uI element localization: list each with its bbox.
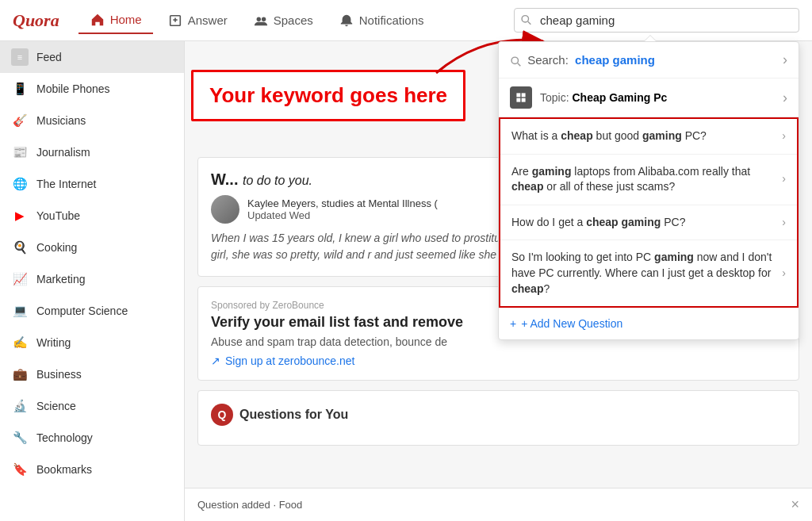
internet-icon: 🌐 <box>11 175 29 193</box>
keyword-annotation-text: Your keyword goes here <box>209 83 447 107</box>
sidebar-item-mobile-phones[interactable]: 📱 Mobile Phones <box>0 73 184 105</box>
svg-point-7 <box>511 57 518 63</box>
dropdown-search-row[interactable]: Search: cheap gaming › <box>499 42 799 79</box>
sidebar-item-cooking[interactable]: 🍳 Cooking <box>0 232 184 263</box>
svg-line-6 <box>528 21 531 25</box>
sidebar-item-youtube[interactable]: ▶ YouTube <box>0 200 184 232</box>
business-icon: 💼 <box>11 366 29 383</box>
result-text-3: How do I get a cheap gaming PC? <box>511 215 782 231</box>
svg-line-8 <box>518 63 521 67</box>
home-icon <box>90 12 105 28</box>
journalism-icon: 📰 <box>11 144 29 161</box>
cooking-icon: 🍳 <box>11 239 29 256</box>
updated-label: Updated Wed <box>247 209 438 221</box>
bookmarks-icon: 🔖 <box>11 461 29 478</box>
technology-icon: 🔧 <box>11 429 29 446</box>
topic-icon <box>510 86 532 109</box>
topic-name: Cheap Gaming Pc <box>572 91 667 104</box>
svg-rect-9 <box>516 93 520 97</box>
topic-left: Topic: Cheap Gaming Pc <box>510 86 667 109</box>
sidebar-item-marketing[interactable]: 📈 Marketing <box>0 263 184 295</box>
notifications-icon <box>339 13 354 29</box>
nav-home[interactable]: Home <box>79 7 153 34</box>
sidebar-item-business[interactable]: 💼 Business <box>0 358 184 390</box>
sponsored-link[interactable]: ↗ Sign up at zerobounce.net <box>211 354 786 367</box>
nav-spaces[interactable]: Spaces <box>242 8 324 33</box>
sidebar-item-computer-science[interactable]: 💻 Computer Science <box>0 295 184 327</box>
keyword-annotation-box: Your keyword goes here <box>191 70 465 121</box>
sidebar-item-science[interactable]: 🔬 Science <box>0 390 184 422</box>
quora-logo: Quora <box>13 10 59 31</box>
dropdown-triangle-inner <box>645 36 656 41</box>
topic-label: Topic: Cheap Gaming Pc <box>540 91 667 104</box>
search-container <box>514 8 799 33</box>
result-1-chevron-icon: › <box>782 128 786 144</box>
svg-rect-10 <box>522 93 526 97</box>
author-name: Kaylee Meyers, studies at Mental Illness… <box>247 197 438 209</box>
avatar <box>211 195 239 224</box>
sidebar-item-journalism[interactable]: 📰 Journalism <box>0 136 184 168</box>
mobile-phones-icon: 📱 <box>11 80 29 98</box>
sidebar-item-the-internet[interactable]: 🌐 The Internet <box>0 168 184 200</box>
external-link-icon: ↗ <box>211 354 220 367</box>
add-new-question-row[interactable]: + + Add New Question <box>499 308 799 339</box>
questions-for-you-card: Q Questions for You <box>197 390 799 446</box>
result-3-chevron-icon: › <box>782 215 786 231</box>
youtube-icon: ▶ <box>11 207 29 224</box>
marketing-icon: 📈 <box>11 270 29 288</box>
search-chevron-right-icon: › <box>783 52 787 68</box>
feed-icon: ≡ <box>11 48 29 66</box>
svg-point-3 <box>256 17 260 21</box>
questions-icon: Q <box>211 404 233 426</box>
svg-point-5 <box>522 15 528 21</box>
dropdown-search-label: Search: <box>510 53 572 67</box>
questions-section-header: Q Questions for You <box>211 404 786 426</box>
computer-science-icon: 💻 <box>11 302 29 320</box>
result-text-1: What is a cheap but good gaming PC? <box>511 128 782 144</box>
writing-icon: ✍ <box>11 334 29 351</box>
sidebar-item-writing[interactable]: ✍ Writing <box>0 327 184 358</box>
dropdown-topic-row[interactable]: Topic: Cheap Gaming Pc › <box>499 79 799 117</box>
dropdown-result-1[interactable]: What is a cheap but good gaming PC? › <box>500 119 797 155</box>
bottom-notification-bar: Question added · Food × <box>185 488 812 521</box>
spaces-icon <box>253 13 269 29</box>
answer-icon <box>167 13 183 29</box>
result-text-4: So I'm looking to get into PC gaming now… <box>511 250 782 297</box>
svg-rect-11 <box>516 98 520 102</box>
dropdown-search-left: Search: cheap gaming <box>510 53 655 67</box>
sidebar-item-feed[interactable]: ≡ Feed <box>0 41 184 73</box>
result-4-chevron-icon: › <box>782 266 786 282</box>
result-text-2: Are gaming laptops from Alibaba.com real… <box>511 164 782 195</box>
search-icon <box>520 13 531 27</box>
svg-point-4 <box>262 17 266 21</box>
nav-notifications[interactable]: Notifications <box>327 8 435 33</box>
nav-bar: Home Answer Spaces Notifications <box>79 7 514 34</box>
close-notification-button[interactable]: × <box>791 496 799 513</box>
sidebar-item-musicians[interactable]: 🎸 Musicians <box>0 105 184 136</box>
dropdown-results: What is a cheap but good gaming PC? › Ar… <box>499 117 799 308</box>
dropdown-search-keyword: cheap gaming <box>575 53 655 67</box>
science-icon: 🔬 <box>11 397 29 415</box>
sidebar: ≡ Feed 📱 Mobile Phones 🎸 Musicians 📰 Jou… <box>0 41 185 521</box>
dropdown-result-3[interactable]: How do I get a cheap gaming PC? › <box>500 205 797 241</box>
notification-text: Question added · Food <box>197 499 302 511</box>
add-question-icon: + <box>510 317 516 330</box>
result-2-chevron-icon: › <box>782 171 786 187</box>
svg-rect-12 <box>522 98 526 102</box>
dropdown-result-2[interactable]: Are gaming laptops from Alibaba.com real… <box>500 155 797 205</box>
author-info: Kaylee Meyers, studies at Mental Illness… <box>247 197 438 221</box>
sidebar-item-technology[interactable]: 🔧 Technology <box>0 422 184 454</box>
nav-answer[interactable]: Answer <box>156 8 239 33</box>
topic-chevron-right-icon: › <box>783 90 787 106</box>
dropdown-result-4[interactable]: So I'm looking to get into PC gaming now… <box>500 240 797 306</box>
header: Quora Home Answer Spaces Notifications <box>0 0 812 41</box>
musicians-icon: 🎸 <box>11 112 29 129</box>
search-input[interactable] <box>514 8 799 33</box>
sidebar-item-bookmarks[interactable]: 🔖 Bookmarks <box>0 454 184 485</box>
search-dropdown: Search: cheap gaming › Topic: Cheap Gami… <box>498 41 799 340</box>
